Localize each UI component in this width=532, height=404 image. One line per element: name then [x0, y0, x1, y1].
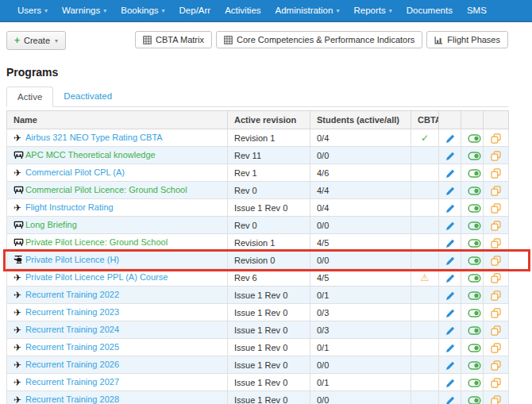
cbta-matrix-button[interactable]: CBTA Matrix — [135, 31, 212, 48]
table-row: ✈Recurrent Training 2023Issue 1 Rev 00/3 — [7, 304, 509, 321]
duplicate-button[interactable] — [484, 374, 509, 391]
duplicate-button[interactable] — [484, 182, 509, 199]
toggle-active-button[interactable] — [461, 287, 484, 304]
nav-item-reports[interactable]: Reports▾ — [346, 0, 399, 21]
edit-button[interactable] — [439, 129, 461, 147]
edit-button[interactable] — [439, 339, 461, 356]
toggle-active-button[interactable] — [461, 234, 484, 252]
duplicate-button[interactable] — [484, 164, 509, 182]
toggle-active-button[interactable] — [461, 374, 484, 391]
duplicate-button[interactable] — [484, 234, 509, 252]
nav-item-documents[interactable]: Documents — [399, 0, 460, 21]
toggle-active-button[interactable] — [461, 269, 484, 287]
create-button[interactable]: + Create ▾ — [6, 31, 66, 50]
toggle-active-button[interactable] — [461, 147, 484, 164]
students-cell: 0/0 — [310, 356, 411, 374]
table-header-row: NameActive revisionStudents (active/all)… — [7, 111, 509, 129]
program-link[interactable]: Airbus 321 NEO Type Rating CBTA — [25, 133, 163, 142]
program-link[interactable]: Flight Instructor Rating — [25, 202, 114, 212]
nav-item-users[interactable]: Users▾ — [10, 0, 55, 21]
edit-button[interactable] — [439, 391, 461, 404]
nav-item-bookings[interactable]: Bookings▾ — [114, 0, 172, 21]
toggle-active-button[interactable] — [461, 182, 484, 199]
toggle-active-button[interactable] — [461, 321, 484, 339]
edit-button[interactable] — [439, 374, 461, 391]
duplicate-button[interactable] — [484, 321, 509, 339]
nav-item-activities[interactable]: Activities — [218, 0, 268, 21]
toggle-active-button[interactable] — [461, 304, 484, 321]
duplicate-button[interactable] — [484, 252, 509, 269]
edit-button[interactable] — [439, 164, 461, 182]
program-link[interactable]: Private Pilot Licence (H) — [25, 255, 119, 264]
toggle-active-button[interactable] — [461, 252, 484, 269]
program-link[interactable]: Long Briefing — [25, 220, 77, 229]
students-cell: 0/4 — [310, 129, 411, 147]
nav-item-warnings[interactable]: Warnings▾ — [55, 0, 114, 21]
toggle-on-icon — [468, 238, 481, 248]
toggle-active-button[interactable] — [461, 217, 484, 234]
program-link[interactable]: Recurrent Training 2022 — [25, 290, 119, 299]
duplicate-button[interactable] — [484, 147, 509, 164]
toggle-active-button[interactable] — [461, 339, 484, 356]
duplicate-button[interactable] — [484, 217, 509, 234]
program-link[interactable]: Recurrent Training 2025 — [25, 342, 119, 352]
edit-button[interactable] — [439, 269, 461, 287]
duplicate-button[interactable] — [484, 199, 509, 217]
duplicate-button[interactable] — [484, 269, 509, 287]
edit-button[interactable] — [439, 321, 461, 339]
edit-button[interactable] — [439, 252, 461, 269]
table-row: Long BriefingRev 00/0 — [7, 217, 509, 234]
edit-button[interactable] — [439, 234, 461, 252]
table-row: ✈Recurrent Training 2025Issue 1 Rev 00/1 — [7, 339, 509, 356]
program-link[interactable]: Recurrent Training 2024 — [25, 325, 119, 334]
active-revision-cell: Rev 0 — [228, 182, 310, 199]
pencil-icon — [445, 342, 455, 352]
toggle-active-button[interactable] — [461, 129, 484, 147]
program-link[interactable]: Commercial Pilot CPL (A) — [25, 167, 125, 177]
toggle-active-button[interactable] — [461, 199, 484, 217]
cbta-status-cell — [411, 164, 439, 182]
nav-item-dep-arr[interactable]: Dep/Arr — [172, 0, 218, 21]
nav-item-administration[interactable]: Administration▾ — [268, 0, 347, 21]
duplicate-button[interactable] — [484, 304, 509, 321]
program-link[interactable]: Recurrent Training 2026 — [25, 360, 119, 369]
toggle-active-button[interactable] — [461, 356, 484, 374]
tab-deactivated[interactable]: Deactivated — [53, 87, 122, 107]
duplicate-button[interactable] — [484, 287, 509, 304]
toggle-on-icon — [468, 343, 481, 352]
copy-icon — [491, 307, 501, 317]
program-name-cell: ✈Recurrent Training 2025 — [7, 339, 228, 356]
cbta-status-cell — [411, 147, 439, 164]
nav-item-label: SMS — [467, 6, 487, 15]
toggle-active-button[interactable] — [461, 391, 484, 404]
pencil-icon — [445, 185, 455, 194]
toggle-on-icon — [468, 186, 481, 195]
core-competencies-performance-indicators-button[interactable]: Core Competencies & Performance Indicato… — [216, 31, 422, 48]
program-link[interactable]: Commercial Pilot Licence: Ground School — [25, 185, 187, 194]
edit-button[interactable] — [439, 356, 461, 374]
duplicate-button[interactable] — [484, 356, 509, 374]
program-link[interactable]: Private Pilot Licence: Ground School — [25, 237, 168, 247]
edit-button[interactable] — [439, 287, 461, 304]
program-link[interactable]: Private Pilot Licence PPL (A) Course — [25, 272, 168, 282]
toggle-active-button[interactable] — [461, 164, 484, 182]
edit-button[interactable] — [439, 182, 461, 199]
edit-button[interactable] — [439, 304, 461, 321]
program-link[interactable]: Recurrent Training 2027 — [25, 377, 119, 387]
nav-item-sms[interactable]: SMS — [460, 0, 494, 21]
flight-phases-button[interactable]: Flight Phases — [426, 31, 508, 48]
tab-active[interactable]: Active — [6, 87, 53, 107]
edit-button[interactable] — [439, 217, 461, 234]
students-cell: 0/0 — [310, 391, 411, 404]
edit-button[interactable] — [439, 147, 461, 164]
duplicate-button[interactable] — [484, 339, 509, 356]
toggle-on-icon — [468, 395, 481, 404]
column-header-actions-6 — [484, 111, 509, 129]
duplicate-button[interactable] — [484, 129, 509, 147]
duplicate-button[interactable] — [484, 391, 509, 404]
edit-button[interactable] — [439, 199, 461, 217]
table-row: ✈Recurrent Training 2028Issue 1 Rev 00/0 — [7, 391, 509, 404]
program-link[interactable]: Recurrent Training 2023 — [25, 307, 119, 317]
program-link[interactable]: Recurrent Training 2028 — [25, 394, 119, 404]
program-link[interactable]: APC MCC Theoretical knowledge — [25, 150, 156, 160]
